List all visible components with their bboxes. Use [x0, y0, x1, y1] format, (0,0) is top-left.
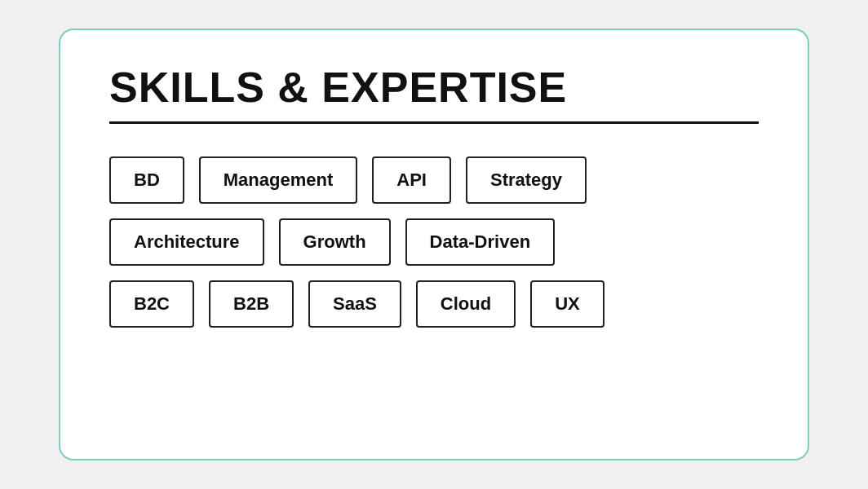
skill-tag-management: Management: [199, 156, 357, 204]
skill-tag-growth: Growth: [279, 218, 391, 266]
skill-tag-ux: UX: [530, 280, 604, 328]
skill-tag-strategy: Strategy: [466, 156, 587, 204]
skill-tag-data-driven: Data-Driven: [405, 218, 555, 266]
skill-tag-cloud: Cloud: [416, 280, 516, 328]
title-divider: [109, 121, 759, 124]
skills-row-3: B2C B2B SaaS Cloud UX: [109, 280, 759, 328]
skill-tag-b2c: B2C: [109, 280, 194, 328]
page-title: SKILLS & EXPERTISE: [109, 63, 759, 112]
skills-row-2: Architecture Growth Data-Driven: [109, 218, 759, 266]
skill-tag-b2b: B2B: [209, 280, 294, 328]
skill-tag-architecture: Architecture: [109, 218, 264, 266]
skills-section: BD Management API Strategy Architecture …: [109, 156, 759, 328]
skill-tag-saas: SaaS: [308, 280, 401, 328]
skills-row-1: BD Management API Strategy: [109, 156, 759, 204]
skill-tag-api: API: [372, 156, 451, 204]
skill-tag-bd: BD: [109, 156, 184, 204]
skills-card: SKILLS & EXPERTISE BD Management API Str…: [59, 29, 809, 460]
title-section: SKILLS & EXPERTISE: [109, 63, 759, 124]
